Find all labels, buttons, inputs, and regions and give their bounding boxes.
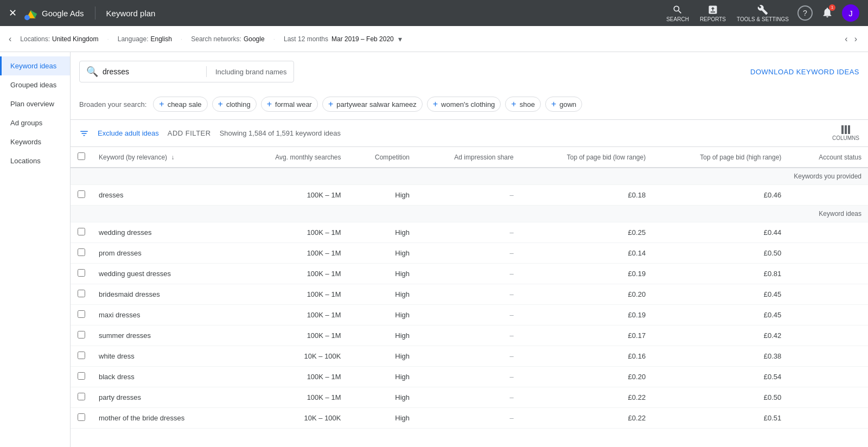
- top-bid-high-cell: £0.38: [652, 346, 788, 367]
- chip-clothing[interactable]: +clothing: [212, 97, 257, 112]
- top-bid-high-cell: £0.81: [652, 264, 788, 284]
- top-bid-low-cell: £0.18: [520, 185, 652, 206]
- table-row: dresses 100K – 1M High – £0.18 £0.46: [71, 185, 868, 206]
- chip-gown[interactable]: +gown: [545, 97, 582, 112]
- keyword-cell: white dress: [92, 346, 234, 367]
- tools-nav-item[interactable]: TOOLS & SETTINGS: [737, 4, 789, 22]
- locations-filter[interactable]: Locations: United Kingdom: [20, 35, 98, 43]
- avg-monthly-cell: 100K – 1M: [234, 222, 348, 243]
- header-checkbox-cell[interactable]: [71, 147, 92, 168]
- chip-partywear-salwar-kameez[interactable]: +partywear salwar kameez: [322, 97, 423, 112]
- top-bid-high-cell: £0.50: [652, 387, 788, 408]
- row-checkbox-cell[interactable]: [71, 325, 92, 346]
- header-top-bid-high[interactable]: Top of page bid (high range): [652, 147, 788, 168]
- search-area: 🔍 Including brand names DOWNLOAD KEYWORD…: [71, 52, 868, 89]
- date-next-button[interactable]: ›: [852, 32, 859, 46]
- networks-label: Search networks:: [191, 35, 241, 43]
- broaden-label: Broaden your search:: [79, 100, 146, 108]
- sidebar-item-plan-overview[interactable]: Plan overview: [0, 94, 70, 113]
- avg-monthly-cell: 100K – 1M: [234, 325, 348, 346]
- collapse-sidebar-button[interactable]: ‹: [9, 34, 11, 44]
- tools-icon: [757, 4, 768, 15]
- row-checkbox[interactable]: [78, 228, 85, 235]
- keyword-cell: black dress: [92, 367, 234, 387]
- sidebar-item-ad-groups[interactable]: Ad groups: [0, 113, 70, 132]
- download-keyword-ideas-button[interactable]: DOWNLOAD KEYWORD IDEAS: [750, 68, 859, 76]
- avg-monthly-cell: 100K – 1M: [234, 387, 348, 408]
- search-nav-item[interactable]: SEARCH: [666, 4, 689, 22]
- locations-value: United Kingdom: [52, 35, 98, 43]
- row-checkbox-cell[interactable]: [71, 185, 92, 206]
- date-range-label: Last 12 months: [284, 35, 328, 43]
- top-bid-high-cell: £0.45: [652, 284, 788, 305]
- row-checkbox-cell[interactable]: [71, 305, 92, 325]
- row-checkbox[interactable]: [78, 413, 85, 421]
- row-checkbox-cell[interactable]: [71, 222, 92, 243]
- account-status-cell: [788, 243, 868, 264]
- row-checkbox-cell[interactable]: [71, 367, 92, 387]
- chip-womens-clothing[interactable]: +women's clothing: [427, 97, 501, 112]
- user-avatar[interactable]: J: [842, 4, 859, 22]
- header-keyword[interactable]: Keyword (by relevance) ↓: [92, 147, 234, 168]
- row-checkbox-cell[interactable]: [71, 243, 92, 264]
- chip-shoe[interactable]: +shoe: [505, 97, 541, 112]
- row-checkbox-cell[interactable]: [71, 408, 92, 429]
- row-checkbox[interactable]: [78, 310, 85, 318]
- keyword-cell: bridesmaid dresses: [92, 284, 234, 305]
- row-checkbox-cell[interactable]: [71, 264, 92, 284]
- row-checkbox[interactable]: [78, 331, 85, 339]
- sidebar-item-keywords[interactable]: Keywords: [0, 132, 70, 151]
- header-account-status[interactable]: Account status: [788, 147, 868, 168]
- row-checkbox-cell[interactable]: [71, 387, 92, 408]
- add-filter-button[interactable]: ADD FILTER: [168, 129, 211, 137]
- reports-nav-item[interactable]: REPORTS: [700, 4, 726, 22]
- competition-cell: High: [348, 243, 417, 264]
- sidebar-item-grouped-ideas[interactable]: Grouped ideas: [0, 75, 70, 94]
- language-filter[interactable]: Language: English: [118, 35, 172, 43]
- row-checkbox-cell[interactable]: [71, 346, 92, 367]
- chip-cheap-sale[interactable]: +cheap sale: [153, 97, 207, 112]
- sidebar-item-locations[interactable]: Locations: [0, 151, 70, 170]
- avg-monthly-cell: 100K – 1M: [234, 305, 348, 325]
- row-checkbox[interactable]: [78, 372, 85, 380]
- columns-button[interactable]: COLUMNS: [832, 125, 859, 141]
- table-row: bridesmaid dresses 100K – 1M High – £0.2…: [71, 284, 868, 305]
- date-range-selector[interactable]: Last 12 months Mar 2019 – Feb 2020 ▾: [284, 35, 402, 43]
- date-prev-button[interactable]: ‹: [843, 32, 850, 46]
- language-value: English: [151, 35, 172, 43]
- columns-label: COLUMNS: [832, 135, 859, 141]
- row-checkbox[interactable]: [78, 393, 85, 400]
- date-dropdown-arrow: ▾: [398, 35, 402, 43]
- account-status-cell: [788, 325, 868, 346]
- search-divider: [206, 66, 207, 77]
- row-checkbox[interactable]: [78, 269, 85, 277]
- reports-icon: [707, 4, 718, 15]
- top-bid-low-cell: £0.19: [520, 264, 652, 284]
- top-bid-low-cell: £0.22: [520, 387, 652, 408]
- row-checkbox[interactable]: [78, 190, 85, 198]
- networks-filter[interactable]: Search networks: Google: [191, 35, 264, 43]
- header-avg-monthly[interactable]: Avg. monthly searches: [234, 147, 348, 168]
- header-top-bid-low[interactable]: Top of page bid (low range): [520, 147, 652, 168]
- keyword-cell: wedding guest dresses: [92, 264, 234, 284]
- row-checkbox[interactable]: [78, 290, 85, 297]
- col-bar-1: [841, 125, 844, 134]
- select-all-checkbox[interactable]: [78, 152, 85, 160]
- notification-icon[interactable]: 1: [821, 7, 833, 20]
- account-status-cell: [788, 346, 868, 367]
- header-ad-impression[interactable]: Ad impression share: [416, 147, 520, 168]
- avg-monthly-cell: 100K – 1M: [234, 367, 348, 387]
- search-input[interactable]: [103, 67, 197, 76]
- row-checkbox-cell[interactable]: [71, 284, 92, 305]
- exclude-adult-ideas-link[interactable]: Exclude adult ideas: [98, 129, 159, 137]
- top-bid-high-cell: £0.46: [652, 185, 788, 206]
- row-checkbox[interactable]: [78, 248, 85, 256]
- help-icon[interactable]: ?: [797, 5, 813, 21]
- row-checkbox[interactable]: [78, 352, 85, 359]
- sidebar-item-keyword-ideas[interactable]: Keyword ideas: [0, 56, 70, 75]
- competition-cell: High: [348, 387, 417, 408]
- close-icon[interactable]: ✕: [9, 7, 17, 19]
- keyword-cell: summer dresses: [92, 325, 234, 346]
- chip-formal-wear[interactable]: +formal wear: [261, 97, 318, 112]
- header-competition[interactable]: Competition: [348, 147, 417, 168]
